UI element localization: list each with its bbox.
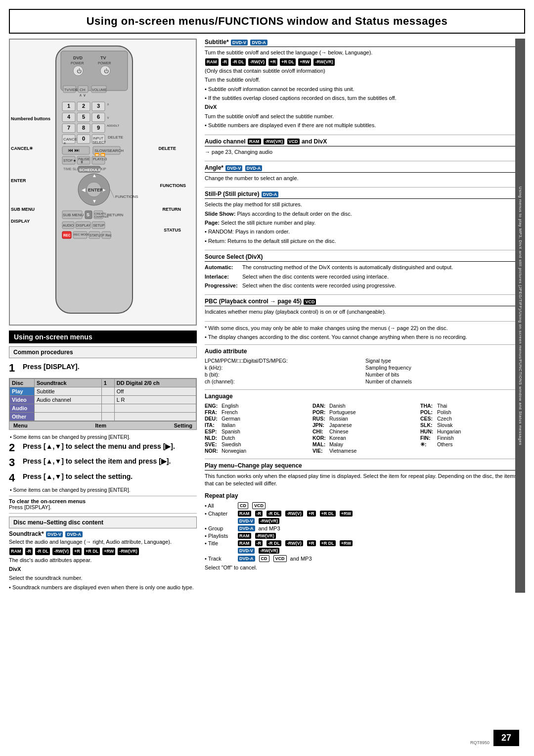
lang-por: POR:Portuguese — [312, 409, 417, 415]
label-numbered-buttons: Numbered buttons — [11, 116, 50, 121]
repeat-track: • Track DVD-A CD VCD and MP3 — [205, 555, 525, 562]
angle-section: Angle* DVD-V DVD-A Change the number to … — [205, 164, 525, 182]
play-menu-text: This function works only when the elapse… — [205, 472, 525, 488]
badge-dvd-v-sub: DVD-V — [231, 40, 248, 46]
lang-jpn: JPN:Japanese — [312, 422, 417, 428]
repeat-playlists: • Playlists RAM -RW(VR) — [205, 533, 525, 539]
still-random: • RANDOM: Plays in random order. — [205, 228, 525, 236]
divx-subtitle-text: Turn the subtitle on/off and select the … — [205, 113, 525, 120]
disc-audio-text: The disc's audio attributes appear. — [9, 557, 197, 564]
source-select-title: Source Select (DivX) — [205, 253, 525, 262]
svg-text:DELETE: DELETE — [108, 135, 123, 140]
side-banner: Using menus to play MP3, DivX and still … — [515, 39, 525, 593]
pbc-section: PBC (Playback control → page 45) VCD Ind… — [205, 298, 525, 316]
attr-row-3-val: Number of bits — [365, 372, 525, 378]
label-functions: FUNCTIONS — [160, 183, 186, 188]
step-4-num: 4 — [9, 472, 20, 484]
lang-nld: NLD:Dutch — [205, 435, 310, 441]
divx-title-left: DivX — [9, 566, 197, 573]
svg-text:∧: ∧ — [107, 102, 109, 106]
left-column: DVD POWER ⏻ TV POWER ⏻ TV/VIDEO CH VOLUM… — [9, 39, 197, 593]
lang-star: ✳:Others — [420, 441, 525, 447]
divx-soundtrack-text: Select the soundtrack number. — [9, 574, 197, 582]
svg-text:S: S — [87, 212, 89, 217]
svg-text:5: 5 — [82, 114, 85, 120]
still-slide: Slide Show: Plays according to the defau… — [205, 210, 525, 218]
badge-rwvr-1: -RW(VR) — [118, 548, 138, 555]
svg-text:TIME SLIP: TIME SLIP — [63, 167, 80, 171]
badge-ram-1: RAM — [9, 548, 23, 555]
attr-row-1-val: Signal type — [365, 358, 525, 364]
audio-channel-title: Audio channel RAM -RW(VR) VCD and DivX — [205, 138, 525, 146]
step-3-text: Press [▲,▼] to select the item and press… — [23, 457, 171, 466]
svg-text:VOLUME: VOLUME — [92, 88, 107, 92]
svg-text:DISPLAY: DISPLAY — [76, 224, 90, 227]
clear-section: To clear the on-screen menus Press [DISP… — [9, 496, 197, 510]
lang-rus: RUS:Russian — [312, 416, 417, 422]
svg-text:3: 3 — [97, 103, 100, 109]
svg-text:8: 8 — [82, 125, 85, 131]
note-items-change: • Some items can be changed by pressing … — [9, 434, 197, 440]
svg-text:SELECT: SELECT — [92, 141, 106, 144]
subtitle-note1: • Subtitle on/off information cannot be … — [205, 86, 525, 93]
side-text: Using menus to play MP3, DivX and still … — [518, 187, 523, 445]
remote-svg: DVD POWER ⏻ TV POWER ⏻ TV/VIDEO CH VOLUM… — [14, 44, 177, 321]
svg-text:⏻: ⏻ — [77, 68, 82, 74]
section-heading-onscreen: Using on-screen menus — [9, 331, 197, 343]
soundtrack-note: • Soundtrack numbers are displayed even … — [9, 584, 197, 591]
still-return: • Return: Returns to the default still p… — [205, 237, 525, 245]
subtitle-only-discs: (Only discs that contain subtitle on/off… — [205, 67, 525, 75]
repeat-title: • Title RAM -R -R DL -RW(V) +R +R DL +RW — [205, 540, 525, 546]
svg-text:6: 6 — [97, 114, 100, 120]
repeat-play-section: Repeat play • All CD VCD • Chapter RAM -… — [205, 492, 525, 571]
svg-text:4: 4 — [67, 114, 71, 120]
repeat-all: • All CD VCD — [205, 502, 525, 509]
badge-r-1: -R — [25, 548, 33, 555]
common-procedures-label: Common procedures — [13, 349, 73, 356]
svg-text:0: 0 — [82, 136, 85, 142]
step-2-num: 2 — [9, 442, 20, 454]
svg-text:POWER: POWER — [71, 61, 84, 65]
lang-fra: FRA:French — [205, 409, 310, 415]
subtitle-title: Subtitle* DVD-V DVD-A — [205, 39, 525, 47]
common-procedures-box: Common procedures — [9, 346, 197, 358]
step-2-text: Press [▲,▼] to select the menu and press… — [23, 442, 175, 451]
play-menu-section: Play menu–Change play sequence This func… — [205, 462, 525, 488]
divx-subtitle-title: DivX — [205, 103, 525, 111]
clear-heading: To clear the on-screen menus — [9, 498, 86, 504]
lang-eng: ENG:English — [205, 403, 310, 409]
lang-chi: CHI:Chinese — [312, 428, 417, 434]
lang-empty — [420, 448, 525, 454]
play-menu-title: Play menu–Change play sequence — [205, 462, 525, 471]
lang-fin: FIN:Finnish — [420, 435, 525, 441]
repeat-table: • All CD VCD • Chapter RAM -R -R DL -RW(… — [205, 502, 525, 562]
lang-ces: CES:Czech — [420, 416, 525, 422]
repeat-play-title: Repeat play — [205, 492, 525, 500]
attr-row-2-val: Sampling frequency — [365, 365, 525, 371]
osd-footer-item: Item — [95, 423, 106, 428]
divx-subtitle-note: • Subtitle numbers are displayed even if… — [205, 122, 525, 129]
attr-row-1-key: LPCM/PPCM/□□Digital/DTS/MPEG: — [205, 358, 364, 364]
still-section: Still-P (Still picture) DVD-A Selects th… — [205, 190, 525, 245]
soundtrack-text: Select the audio and language (→ right, … — [9, 538, 197, 546]
label-enter: ENTER — [11, 178, 26, 183]
svg-text:AUDIO: AUDIO — [63, 224, 74, 227]
badge-dvd-a-sub: DVD-A — [250, 40, 267, 46]
source-interlace: Interlace: Select when the disc contents… — [205, 273, 525, 281]
svg-text:TV: TV — [100, 55, 106, 60]
subtitle-section: Subtitle* DVD-V DVD-A Turn the subtitle … — [205, 39, 525, 130]
lang-mal: MAL:Malay — [312, 441, 417, 447]
svg-text:REC: REC — [63, 234, 71, 237]
lang-dan: DAN:Danish — [312, 403, 417, 409]
label-sub-menu: SUB MENU — [11, 207, 35, 212]
svg-text:ENTER: ENTER — [88, 188, 103, 192]
svg-text:∧ ∨: ∧ ∨ — [79, 93, 86, 97]
svg-text:CH: CH — [80, 88, 86, 92]
right-column: Subtitle* DVD-V DVD-A Turn the subtitle … — [205, 39, 525, 593]
audio-attr-table: LPCM/PPCM/□□Digital/DTS/MPEG: Signal typ… — [205, 358, 525, 384]
audio-attr-title: Audio attribute — [205, 348, 525, 356]
svg-text:∨: ∨ — [107, 116, 109, 119]
svg-text:STOP ■: STOP ■ — [63, 159, 76, 162]
select-off: Select "Off" to cancel. — [205, 564, 525, 571]
step-1-num: 1 — [9, 362, 20, 374]
